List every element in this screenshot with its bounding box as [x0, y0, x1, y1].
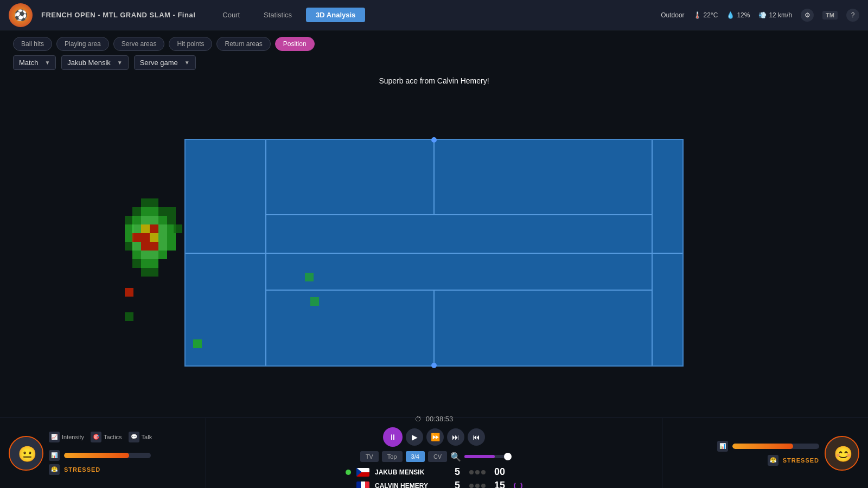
talk-icon: 💬 — [129, 432, 139, 442]
notification: Superb ace from Calvin Hemery! — [0, 76, 868, 85]
player-dropdown-arrow: ▼ — [117, 60, 123, 66]
intensity-icon: 📈 — [49, 432, 60, 442]
court-heat-pixel — [193, 339, 202, 348]
tab-3d-analysis[interactable]: 3D Analysis — [306, 8, 365, 22]
dropdowns-row: Match ▼ Jakub Mensik ▼ Serve game ▼ — [0, 55, 868, 76]
singles-sideline-left — [265, 140, 266, 365]
bottom-bar: 😐 📈 Intensity 🎯 Tactics 💬 Talk 📊 — [0, 418, 868, 488]
player2-stress-row: 📊 — [717, 441, 819, 452]
net-line — [186, 253, 682, 254]
spinner-icon — [514, 481, 522, 489]
player2-info: 📊 😤 STRESSED — [671, 441, 819, 466]
intensity-btn[interactable]: 📈 Intensity — [49, 432, 84, 442]
court-wrapper — [184, 139, 684, 367]
player1-name: JAKUB MENSIK — [375, 468, 445, 476]
player2-mood-icon: 😤 — [768, 455, 778, 466]
skip-forward-button[interactable]: ⏭ — [447, 428, 464, 446]
header: ⚽ FRENCH OPEN - MTL GRAND SLAM - Final C… — [0, 0, 868, 30]
baseline-marker-bottom — [431, 363, 437, 368]
match-title: FRENCH OPEN - MTL GRAND SLAM - Final — [41, 11, 195, 19]
filter-hit-points[interactable]: Hit points — [169, 37, 212, 51]
player2-stress-fill — [732, 444, 793, 449]
bottom-icons-left: 📈 Intensity 🎯 Tactics 💬 Talk — [49, 432, 197, 442]
humidity: 💧 12% — [726, 11, 750, 19]
filter-ball-hits[interactable]: Ball hits — [13, 37, 52, 51]
filter-position[interactable]: Position — [275, 37, 315, 51]
player1-sets: 5 — [451, 466, 464, 478]
service-line-bottom — [265, 290, 653, 291]
court-container — [0, 87, 868, 418]
player2-stat-icon: 📊 — [717, 441, 728, 452]
zoom-fill — [464, 455, 495, 458]
help-icon[interactable]: ? — [846, 9, 859, 22]
talk-btn[interactable]: 💬 Talk — [129, 432, 152, 442]
filter-playing-area[interactable]: Playing area — [56, 37, 109, 51]
nav-tabs: Court Statistics 3D Analysis — [213, 8, 365, 22]
player1-stress-label: STRESSED — [64, 466, 100, 473]
center-service-bottom — [433, 291, 435, 365]
match-dropdown[interactable]: Match ▼ — [13, 55, 56, 70]
player1-stress-fill — [64, 453, 129, 458]
player1-mood-row: 😤 STRESSED — [49, 464, 197, 475]
view-buttons: TV Top 3/4 CV 🔍 — [360, 451, 508, 462]
service-line-top — [265, 214, 653, 215]
filter-serve-areas[interactable]: Serve areas — [113, 37, 165, 51]
fast-forward-button[interactable]: ⏩ — [426, 428, 444, 446]
score-area: JAKUB MENSIK 5 00 CALVIN HEMERY 5 — [341, 466, 527, 488]
heatmap-area — [125, 193, 184, 345]
player2-game-score: 15 — [491, 480, 508, 488]
app-logo: ⚽ — [9, 3, 33, 27]
zoom-track[interactable] — [464, 455, 508, 458]
tennis-court — [184, 139, 684, 367]
weather-outdoor: Outdoor — [661, 11, 684, 19]
filter-return-areas[interactable]: Return areas — [216, 37, 270, 51]
play-button[interactable]: ▶ — [406, 428, 423, 446]
tm-badge: TM — [822, 11, 838, 20]
flag-cz — [356, 468, 369, 477]
game-type-dropdown[interactable]: Serve game ▼ — [134, 55, 196, 70]
temperature: 🌡️ 22°C — [693, 11, 718, 19]
player1-stress-row: 📊 — [49, 450, 197, 461]
pause-button[interactable]: ⏸ — [383, 427, 403, 447]
player1-mood-icon: 😤 — [49, 464, 60, 475]
settings-icon[interactable]: ⚙ — [801, 9, 814, 22]
center-service-top — [433, 140, 435, 214]
header-right: Outdoor 🌡️ 22°C 💧 12% 💨 12 km/h ⚙ TM ? — [661, 9, 859, 22]
game-type-dropdown-arrow: ▼ — [184, 60, 190, 66]
tab-court[interactable]: Court — [213, 8, 250, 22]
rewind-button[interactable]: ⏮ — [468, 428, 485, 446]
player2-stress-label: STRESSED — [783, 457, 819, 464]
player1-stat-icon: 📊 — [49, 450, 60, 461]
player2-stress-bar — [732, 444, 819, 449]
player1-game-score: 00 — [491, 466, 508, 478]
tactics-icon: 🎯 — [91, 432, 101, 442]
player-dropdown[interactable]: Jakub Mensik ▼ — [61, 55, 128, 70]
player2-avatar: 😊 — [825, 436, 859, 471]
score-row-player1: JAKUB MENSIK 5 00 — [346, 466, 522, 478]
view-top[interactable]: Top — [382, 451, 403, 462]
zoom-bar: 🔍 — [450, 451, 508, 462]
view-tv[interactable]: TV — [360, 451, 379, 462]
playback-controls: ⏸ ▶ ⏩ ⏭ ⏮ — [383, 427, 485, 447]
tactics-btn[interactable]: 🎯 Tactics — [91, 432, 122, 442]
court-heat-pixel — [305, 273, 314, 281]
zoom-icon: 🔍 — [450, 452, 461, 462]
player1-info: 📈 Intensity 🎯 Tactics 💬 Talk 📊 — [49, 432, 197, 475]
baseline-marker-top — [431, 137, 437, 143]
zoom-thumb — [504, 453, 512, 460]
player1-stress-bar — [64, 453, 151, 458]
player2-name: CALVIN HEMERY — [375, 482, 445, 489]
court-heat-pixel — [310, 297, 319, 306]
match-dropdown-arrow: ▼ — [44, 60, 50, 66]
main-content: Ball hits Playing area Serve areas Hit p… — [0, 30, 868, 418]
view-cv[interactable]: CV — [428, 451, 447, 462]
wind: 💨 12 km/h — [758, 11, 792, 19]
tab-statistics[interactable]: Statistics — [254, 8, 302, 22]
player2-mood-row: 😤 STRESSED — [768, 455, 819, 466]
view-34[interactable]: 3/4 — [406, 451, 425, 462]
player-panel-left: 😐 📈 Intensity 🎯 Tactics 💬 Talk 📊 — [0, 418, 206, 488]
player2-score-dots — [469, 484, 486, 488]
center-controls: ⏱ 00:38:53 ⏸ ▶ ⏩ ⏭ ⏮ TV Top 3/4 CV 🔍 — [206, 418, 662, 488]
score-row-player2: CALVIN HEMERY 5 15 — [346, 480, 522, 488]
player2-sets: 5 — [451, 480, 464, 488]
